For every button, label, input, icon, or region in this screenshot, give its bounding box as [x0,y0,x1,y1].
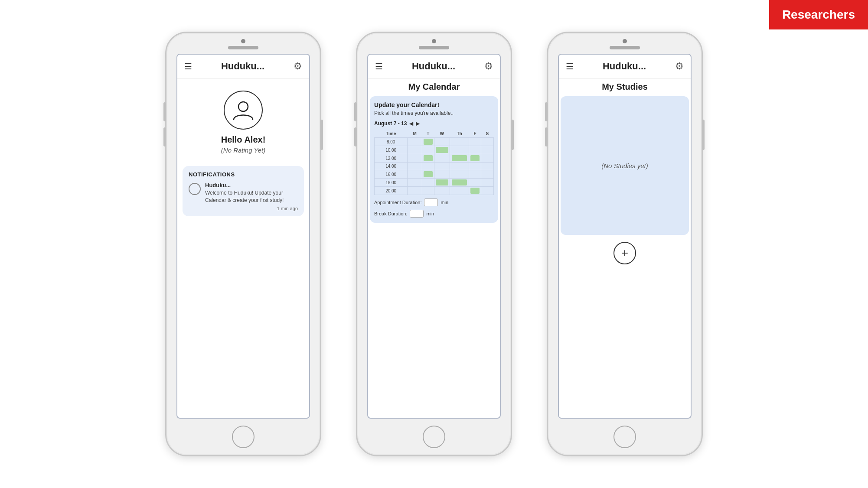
cal-cell-12.00-3[interactable] [450,154,469,163]
phone-side-buttons-right-2 [511,120,514,150]
cal-cell-14.00-1[interactable] [422,163,434,170]
cal-cell-10.00-4[interactable] [469,146,481,154]
notif-title: Huduku... [205,182,298,189]
cal-cell-8.00-1[interactable] [422,138,434,146]
cal-cell-8.00-4[interactable] [469,138,481,146]
cal-cell-16.00-4[interactable] [469,170,481,179]
cal-time-8.00: 8.00 [375,138,408,146]
app-title-1: Huduku... [221,61,264,72]
cal-cell-10.00-2[interactable] [434,146,450,154]
home-button-1[interactable] [232,426,255,448]
appointment-unit: min [441,200,448,205]
cal-cell-10.00-1[interactable] [422,146,434,154]
speaker-2 [419,46,449,49]
cal-cell-18.00-3[interactable] [450,179,469,187]
appointment-duration-input[interactable] [424,198,438,206]
cal-cell-8.00-0[interactable] [408,138,422,146]
cal-cell-12.00-0[interactable] [408,154,422,163]
studies-content-box: (No Studies yet) [561,96,689,235]
screen-1: ☰ Huduku... ⚙ Hello Alex! (No Rating Yet… [176,54,310,419]
cal-cell-18.00-1[interactable] [422,179,434,187]
app-header-3: ☰ Huduku... ⚙ [559,55,691,78]
calendar-update-sub: Pick all the times you're available.. [374,110,494,116]
cal-cell-20.00-2[interactable] [434,187,450,195]
gear-icon-1[interactable]: ⚙ [294,61,302,72]
prev-week-arrow[interactable]: ◀ [409,120,413,127]
speaker-3 [610,46,640,49]
researchers-badge: Researchers [769,0,868,29]
cal-cell-12.00-5[interactable] [481,154,493,163]
cal-cell-18.00-4[interactable] [469,179,481,187]
phone-side-buttons-right-3 [702,120,705,150]
cal-time-20.00: 20.00 [375,187,408,195]
screen-2: ☰ Huduku... ⚙ My Calendar Update your Ca… [367,54,501,419]
app-header-1: ☰ Huduku... ⚙ [177,55,309,78]
cal-cell-18.00-5[interactable] [481,179,493,187]
gear-icon-2[interactable]: ⚙ [484,61,493,72]
home-button-3[interactable] [613,426,636,448]
cal-cell-10.00-0[interactable] [408,146,422,154]
cal-cell-8.00-5[interactable] [481,138,493,146]
add-study-btn-container: + [561,242,689,264]
notif-time: 1 min ago [205,206,298,211]
hamburger-icon-1[interactable]: ☰ [184,62,192,71]
hamburger-icon-3[interactable]: ☰ [566,62,574,71]
cal-cell-14.00-3[interactable] [450,163,469,170]
cal-cell-16.00-0[interactable] [408,170,422,179]
phone-bottom-2 [357,423,511,455]
notif-icon [189,183,201,195]
cal-cell-16.00-3[interactable] [450,170,469,179]
cal-cell-16.00-1[interactable] [422,170,434,179]
break-duration-input[interactable] [410,210,424,218]
cal-cell-14.00-5[interactable] [481,163,493,170]
screen-3: ☰ Huduku... ⚙ My Studies (No Studies yet… [558,54,692,419]
cal-cell-18.00-0[interactable] [408,179,422,187]
cal-cell-12.00-1[interactable] [422,154,434,163]
phone-studies: ☰ Huduku... ⚙ My Studies (No Studies yet… [547,32,703,456]
front-camera-2 [432,39,436,43]
cal-cell-12.00-4[interactable] [469,154,481,163]
avatar-svg [230,97,256,123]
cal-cell-18.00-2[interactable] [434,179,450,187]
gear-icon-3[interactable]: ⚙ [675,61,684,72]
calendar-week-nav: August 7 - 13 ◀ ▶ [374,120,494,127]
phone-bottom-3 [548,423,702,455]
cal-cell-16.00-5[interactable] [481,170,493,179]
cal-cell-8.00-2[interactable] [434,138,450,146]
front-camera-1 [241,39,245,43]
cal-cell-20.00-1[interactable] [422,187,434,195]
col-fri: F [469,130,481,138]
studies-page-title: My Studies [561,82,689,92]
cal-cell-10.00-5[interactable] [481,146,493,154]
cal-cell-20.00-4[interactable] [469,187,481,195]
cal-cell-16.00-2[interactable] [434,170,450,179]
cal-cell-20.00-0[interactable] [408,187,422,195]
phone-top-3 [548,33,702,49]
no-studies-text: (No Studies yet) [601,162,648,169]
front-camera-3 [623,39,627,43]
cal-cell-10.00-3[interactable] [450,146,469,154]
app-header-2: ☰ Huduku... ⚙ [368,55,500,78]
volume-up-btn-2 [354,102,357,121]
add-study-button[interactable]: + [613,242,636,264]
volume-up-btn-3 [545,102,548,121]
volume-down-btn-3 [545,127,548,146]
cal-cell-20.00-5[interactable] [481,187,493,195]
phone-side-buttons-right [320,120,323,150]
add-icon: + [621,246,628,260]
hamburger-icon-2[interactable]: ☰ [375,62,383,71]
cal-cell-14.00-2[interactable] [434,163,450,170]
phones-container: ☰ Huduku... ⚙ Hello Alex! (No Rating Yet… [0,0,868,488]
phone-top-1 [166,33,320,49]
cal-time-16.00: 16.00 [375,170,408,179]
phone-calendar: ☰ Huduku... ⚙ My Calendar Update your Ca… [356,32,512,456]
cal-cell-12.00-2[interactable] [434,154,450,163]
notifications-box: NOTIFICATIONS Huduku... Welcome to Huduk… [183,166,304,216]
next-week-arrow[interactable]: ▶ [416,120,420,127]
cal-cell-8.00-3[interactable] [450,138,469,146]
cal-cell-14.00-0[interactable] [408,163,422,170]
cal-cell-20.00-3[interactable] [450,187,469,195]
home-button-2[interactable] [423,426,445,448]
cal-cell-14.00-4[interactable] [469,163,481,170]
power-btn-3 [702,120,705,150]
